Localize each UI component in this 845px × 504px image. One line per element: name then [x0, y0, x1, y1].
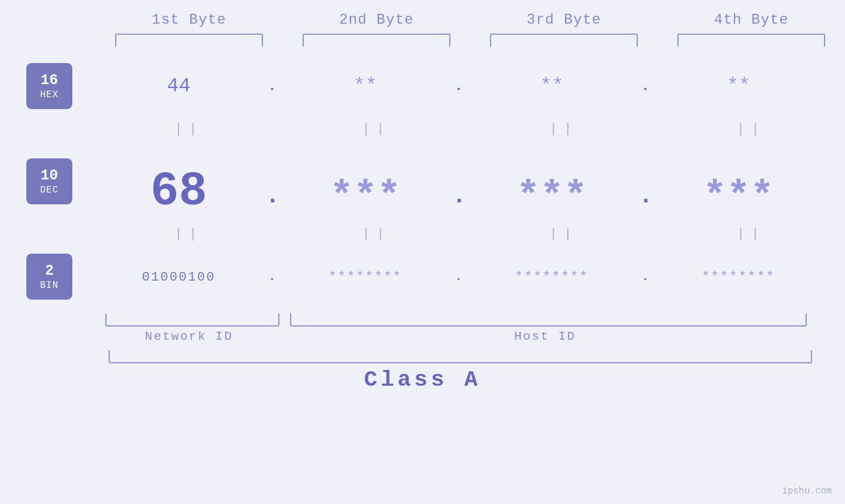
bin-val-1: 01000100: [92, 269, 266, 285]
eq-1-3: ||: [470, 122, 658, 137]
top-bracket-4: [677, 34, 825, 47]
bin-val-3: ********: [466, 269, 639, 285]
watermark: ipshu.com: [782, 486, 832, 496]
eq-1-2: ||: [283, 122, 470, 137]
dec-values: 68 . *** . *** . ***: [92, 139, 845, 224]
class-a-label: Class A: [364, 367, 481, 392]
bracket-cell-4: [658, 34, 845, 47]
dec-val-1: 68: [92, 165, 266, 219]
eq-2-3: ||: [470, 227, 658, 242]
host-id-bracket: [290, 313, 807, 327]
byte-label-4: 4th Byte: [658, 12, 845, 28]
hex-row: 16 HEX 44 . ** . ** . **: [0, 53, 845, 119]
class-label-row: Class A: [0, 367, 845, 392]
bin-badge-label: BIN: [40, 280, 59, 290]
eq-1-4: ||: [658, 122, 845, 137]
dec-val-2: ***: [279, 174, 452, 219]
top-bracket-1: [115, 34, 263, 47]
byte-labels-row: 1st Byte 2nd Byte 3rd Byte 4th Byte: [0, 0, 845, 28]
hex-val-1: 44: [92, 75, 266, 97]
hex-dot-2: .: [452, 78, 466, 95]
hex-dot-1: .: [266, 78, 279, 95]
network-id-bracket: [105, 313, 279, 327]
bin-badge: 2 BIN: [26, 254, 72, 300]
hex-badge: 16 HEX: [26, 63, 72, 109]
bin-row: 2 BIN 01000100 . ******** . ******** . *…: [0, 244, 845, 309]
bin-val-2: ********: [279, 269, 452, 285]
eq-1-1: ||: [95, 122, 283, 137]
bin-badge-number: 2: [45, 263, 53, 280]
hex-val-3: **: [466, 75, 639, 97]
dec-val-3: ***: [466, 174, 639, 219]
hex-val-4: **: [652, 75, 845, 97]
network-id-label: Network ID: [100, 329, 278, 344]
equals-separator-1: || || || ||: [0, 119, 845, 139]
dec-dot-2: .: [452, 183, 466, 210]
class-a-bracket: [109, 350, 812, 363]
hex-badge-number: 16: [41, 72, 58, 89]
hex-values: 44 . ** . ** . **: [92, 53, 845, 119]
bracket-cell-2: [283, 34, 470, 47]
eq-2-2: ||: [283, 227, 470, 242]
bin-val-4: ********: [652, 269, 845, 285]
hex-badge-label: HEX: [40, 89, 59, 100]
byte-label-2: 2nd Byte: [283, 12, 470, 28]
top-brackets-row: [0, 34, 845, 47]
byte-label-3: 3rd Byte: [470, 12, 658, 28]
main-container: 1st Byte 2nd Byte 3rd Byte 4th Byte 16 H…: [0, 0, 845, 504]
bin-dot-3: .: [639, 270, 652, 283]
bracket-cell-1: [95, 34, 283, 47]
top-bracket-2: [302, 34, 450, 47]
hex-dot-3: .: [639, 78, 652, 95]
network-host-labels: Network ID Host ID: [0, 329, 845, 344]
class-bracket-row: [0, 350, 845, 363]
dec-badge-label: DEC: [40, 185, 59, 195]
host-id-label: Host ID: [278, 329, 812, 344]
eq-2-4: ||: [658, 227, 845, 242]
dec-badge-number: 10: [41, 168, 58, 185]
dec-val-4: ***: [652, 174, 845, 219]
dec-row: 10 DEC 68 . *** . *** . ***: [0, 139, 845, 224]
equals-separator-2: || || || ||: [0, 224, 845, 244]
bracket-cell-3: [470, 34, 658, 47]
hex-val-2: **: [279, 75, 452, 97]
dec-badge: 10 DEC: [26, 158, 72, 204]
eq-2-1: ||: [95, 227, 283, 242]
bin-dot-1: .: [266, 270, 279, 283]
bin-dot-2: .: [452, 270, 466, 283]
top-bracket-3: [490, 34, 638, 47]
byte-label-1: 1st Byte: [95, 12, 283, 28]
dec-dot-3: .: [639, 183, 652, 210]
bin-values: 01000100 . ******** . ******** . *******…: [92, 244, 845, 309]
bottom-brackets-container: [0, 313, 845, 327]
dec-dot-1: .: [266, 183, 279, 210]
